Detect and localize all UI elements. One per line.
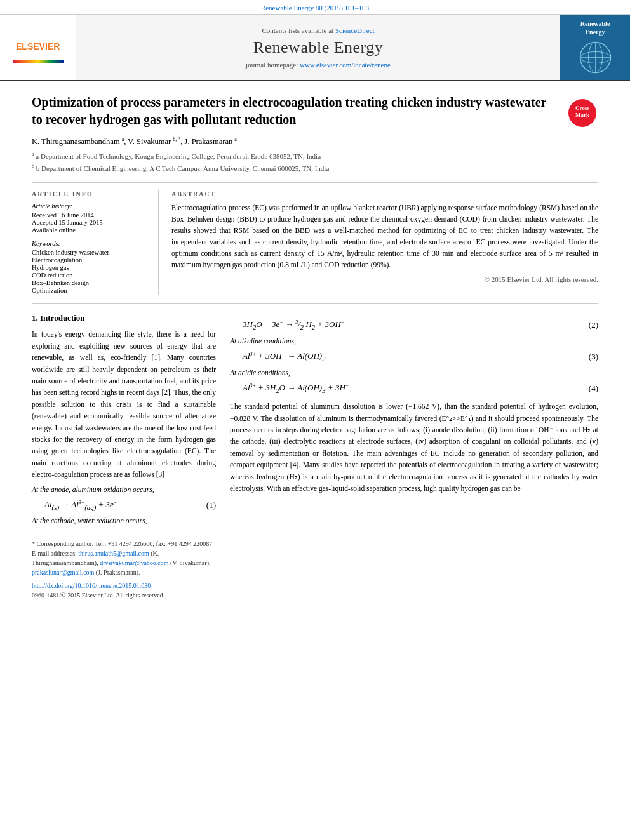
- svg-text:Mark: Mark: [575, 112, 589, 118]
- equation-1-block: Al(s) → Al3+(aq) + 3e− (1): [44, 500, 216, 511]
- left-column: 1. Introduction In today's energy demand…: [32, 313, 216, 599]
- anode-label: At the anode, aluminum oxidation occurs,: [32, 486, 216, 493]
- emails-label: E-mail addresses:: [32, 550, 77, 557]
- available-online: Available online: [32, 227, 149, 234]
- journal-citation-text: Renewable Energy 80 (2015) 101–108: [261, 4, 369, 11]
- section-divider: [32, 303, 598, 304]
- article-title: Optimization of process parameters in el…: [32, 94, 566, 128]
- section-number: 1.: [32, 313, 38, 323]
- email3-name: (J. Prakasmaran).: [96, 569, 140, 576]
- homepage-link[interactable]: www.elsevier.com/locate/renene: [300, 61, 391, 69]
- right-column: 3H2O + 3e− → 3/2 H2 + 3OH− (2) At alkali…: [230, 313, 598, 599]
- equation-4-content: Al3+ + 3H2O → Al(OH)3 + 3H+: [243, 383, 349, 394]
- section-title-text: Introduction: [40, 313, 85, 323]
- keywords-list: Chicken industry wastewater Electrocoagu…: [32, 249, 149, 294]
- main-body: 1. Introduction In today's energy demand…: [32, 313, 598, 599]
- footnotes: * Corresponding author. Tel.: +91 4294 2…: [32, 535, 216, 599]
- email-line: E-mail addresses: thirus.anulath5@gmail.…: [32, 549, 216, 577]
- journal-logo-right: RenewableEnergy: [560, 15, 630, 80]
- affil-a: a a Department of Food Technology, Kongu…: [32, 150, 598, 161]
- keyword-4: COD reduction: [32, 272, 149, 279]
- svg-text:ELSEVIER: ELSEVIER: [16, 41, 60, 51]
- info-abstract-section: ARTICLE INFO Article history: Received 1…: [32, 182, 598, 295]
- copyright-line: © 2015 Elsevier Ltd. All rights reserved…: [171, 276, 598, 283]
- keyword-5: Box–Behnken design: [32, 279, 149, 286]
- homepage-line: journal homepage: www.elsevier.com/locat…: [246, 61, 391, 69]
- right-paragraph2: The standard potential of aluminum disso…: [230, 401, 598, 494]
- acidic-label: At acidic conditions,: [230, 369, 598, 377]
- journal-header: ELSEVIER Contents lists available at Sci…: [0, 15, 630, 81]
- affil-b: b b Department of Chemical Engineering, …: [32, 163, 598, 173]
- keyword-3: Hydrogen gas: [32, 264, 149, 271]
- cathode-label: At the cathode, water reduction occurs,: [32, 517, 216, 524]
- equation-2-number: (2): [589, 320, 598, 330]
- journal-citation: Renewable Energy 80 (2015) 101–108: [0, 0, 630, 15]
- article-history: Article history: Received 16 June 2014 A…: [32, 203, 149, 234]
- equation-2-content: 3H2O + 3e− → 3/2 H2 + 3OH−: [243, 319, 344, 331]
- article-info-title: ARTICLE INFO: [32, 190, 149, 197]
- keyword-2: Electrocoagulation: [32, 257, 149, 263]
- authors-line: K. Thirugnanasambandham a, V. Sivakumar …: [32, 137, 598, 147]
- issn-line: 0960-1481/© 2015 Elsevier Ltd. All right…: [32, 592, 216, 599]
- email3-link[interactable]: prakaslunar@gmail.com: [32, 569, 94, 576]
- equation-4-number: (4): [589, 383, 598, 394]
- elsevier-color-bar: [13, 60, 64, 63]
- article-content: Optimization of process parameters in el…: [0, 81, 630, 611]
- email1-link[interactable]: thirus.anulath5@gmail.com: [78, 550, 149, 557]
- intro-section-title: 1. Introduction: [32, 313, 216, 323]
- email2-name: (V. Sivakumar),: [170, 559, 210, 566]
- keywords-section: Keywords: Chicken industry wastewater El…: [32, 240, 149, 294]
- received-date: Received 16 June 2014: [32, 211, 149, 218]
- journal-logo-title: RenewableEnergy: [580, 20, 610, 36]
- equation-3-content: Al3+ + 3OH− → Al(OH)3: [243, 351, 326, 363]
- article-info-panel: ARTICLE INFO Article history: Received 1…: [32, 190, 159, 295]
- journal-center: Contents lists available at ScienceDirec…: [76, 15, 560, 80]
- equation-4-block: Al3+ + 3H2O → Al(OH)3 + 3H+ (4): [243, 383, 598, 394]
- history-label: Article history:: [32, 203, 149, 210]
- abstract-text: Electrocoagulation process (EC) was perf…: [171, 203, 598, 270]
- keyword-6: Optimization: [32, 287, 149, 294]
- equation-2-block: 3H2O + 3e− → 3/2 H2 + 3OH− (2): [243, 319, 598, 331]
- abstract-title: ABSTRACT: [171, 190, 598, 197]
- homepage-text: journal homepage:: [246, 61, 298, 69]
- alkaline-label: At alkaline conditions,: [230, 337, 598, 345]
- abstract-section: ABSTRACT Electrocoagulation process (EC)…: [171, 190, 598, 295]
- equation-3-number: (3): [589, 352, 598, 362]
- journal-title: Renewable Energy: [253, 38, 384, 57]
- doi-link[interactable]: http://dx.doi.org/10.1016/j.renene.2015.…: [32, 582, 216, 589]
- accepted-date: Accepted 15 January 2015: [32, 219, 149, 226]
- sciencedirect-link[interactable]: ScienceDirect: [335, 27, 375, 34]
- corresponding-author: * Corresponding author. Tel.: +91 4294 2…: [32, 539, 216, 549]
- equation-3-block: Al3+ + 3OH− → Al(OH)3 (3): [243, 351, 598, 363]
- crossmark-badge[interactable]: Cross Mark: [566, 97, 598, 129]
- equation-1-number: (1): [206, 500, 216, 510]
- contents-text: Contents lists available at: [262, 27, 333, 34]
- intro-paragraph1: In today's energy demanding life style, …: [32, 328, 216, 480]
- equation-1-content: Al(s) → Al3+(aq) + 3e−: [44, 500, 117, 511]
- globe-icon: [578, 40, 613, 75]
- title-section: Optimization of process parameters in el…: [32, 94, 598, 129]
- elsevier-placeholder: ELSEVIER: [13, 32, 64, 57]
- affiliations: a a Department of Food Technology, Kongu…: [32, 150, 598, 173]
- contents-available-line: Contents lists available at ScienceDirec…: [262, 27, 374, 34]
- keyword-1: Chicken industry wastewater: [32, 249, 149, 256]
- svg-text:Cross: Cross: [575, 105, 589, 111]
- keywords-label: Keywords:: [32, 240, 149, 247]
- email2-link[interactable]: drvsivakumar@yahoo.com: [100, 559, 168, 566]
- elsevier-logo: ELSEVIER: [0, 15, 76, 80]
